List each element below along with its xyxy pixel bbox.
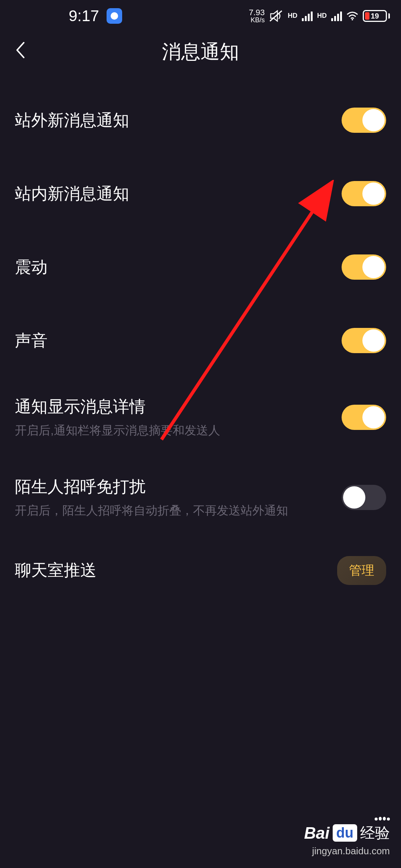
manage-button[interactable]: 管理 xyxy=(337,556,386,585)
battery-indicator: 19 xyxy=(363,10,390,22)
back-button[interactable] xyxy=(15,41,25,63)
toggle-vibrate[interactable] xyxy=(342,254,386,280)
net-speed-value: 7.93 xyxy=(249,9,265,17)
setting-label: 站外新消息通知 xyxy=(15,109,334,131)
setting-stranger-dnd: 陌生人招呼免打扰 开启后，陌生人招呼将自动折叠，不再发送站外通知 xyxy=(15,457,386,537)
svg-point-1 xyxy=(352,19,353,20)
page-header: 消息通知 xyxy=(0,32,401,72)
hd-badge-1: HD xyxy=(288,12,297,20)
toggle-internal-notify[interactable] xyxy=(342,181,386,206)
watermark-brand-suffix: 经验 xyxy=(360,823,390,843)
network-speed: 7.93 KB/s xyxy=(249,9,265,23)
setting-label: 通知显示消息详情 xyxy=(15,396,334,418)
paw-icon xyxy=(375,817,390,821)
setting-label: 站内新消息通知 xyxy=(15,183,334,205)
wifi-icon xyxy=(346,11,358,20)
signal-bars-2 xyxy=(331,11,342,21)
setting-show-detail: 通知显示消息详情 开启后,通知栏将显示消息摘要和发送人 xyxy=(15,377,386,457)
setting-label: 陌生人招呼免打扰 xyxy=(15,476,334,498)
setting-label: 震动 xyxy=(15,256,334,278)
setting-desc: 开启后,通知栏将显示消息摘要和发送人 xyxy=(15,422,334,439)
watermark-brand-mid: du xyxy=(333,824,357,842)
setting-desc: 开启后，陌生人招呼将自动折叠，不再发送站外通知 xyxy=(15,502,334,519)
toggle-stranger-dnd[interactable] xyxy=(342,485,386,510)
mute-icon xyxy=(269,10,283,22)
net-speed-unit: KB/s xyxy=(249,17,265,23)
setting-label: 声音 xyxy=(15,330,334,352)
battery-fill xyxy=(365,12,369,20)
status-right: 7.93 KB/s HD HD 19 xyxy=(249,9,390,23)
setting-vibrate: 震动 xyxy=(15,230,386,304)
toggle-show-detail[interactable] xyxy=(342,405,386,430)
status-bar: 9:17 7.93 KB/s HD HD 19 xyxy=(0,0,401,32)
settings-list: 站外新消息通知 站内新消息通知 震动 声音 通知显示消息详情 开启后,通知栏将显… xyxy=(0,72,401,604)
toggle-sound[interactable] xyxy=(342,328,386,353)
battery-percent: 19 xyxy=(371,11,379,20)
watermark-brand-prefix: Bai xyxy=(304,824,329,842)
setting-sound: 声音 xyxy=(15,304,386,377)
hd-badge-2: HD xyxy=(317,12,327,20)
watermark: Bai du 经验 jingyan.baidu.com xyxy=(304,817,390,857)
setting-chatroom-push: 聊天室推送 管理 xyxy=(15,537,386,604)
toggle-external-notify[interactable] xyxy=(342,108,386,133)
page-title: 消息通知 xyxy=(162,39,239,65)
setting-internal-notify: 站内新消息通知 xyxy=(15,157,386,230)
setting-external-notify: 站外新消息通知 xyxy=(15,83,386,157)
app-indicator-icon xyxy=(107,8,122,24)
setting-label: 聊天室推送 xyxy=(15,559,330,581)
signal-bars-1 xyxy=(302,11,313,21)
watermark-url: jingyan.baidu.com xyxy=(304,845,390,857)
status-time: 9:17 xyxy=(69,7,99,25)
